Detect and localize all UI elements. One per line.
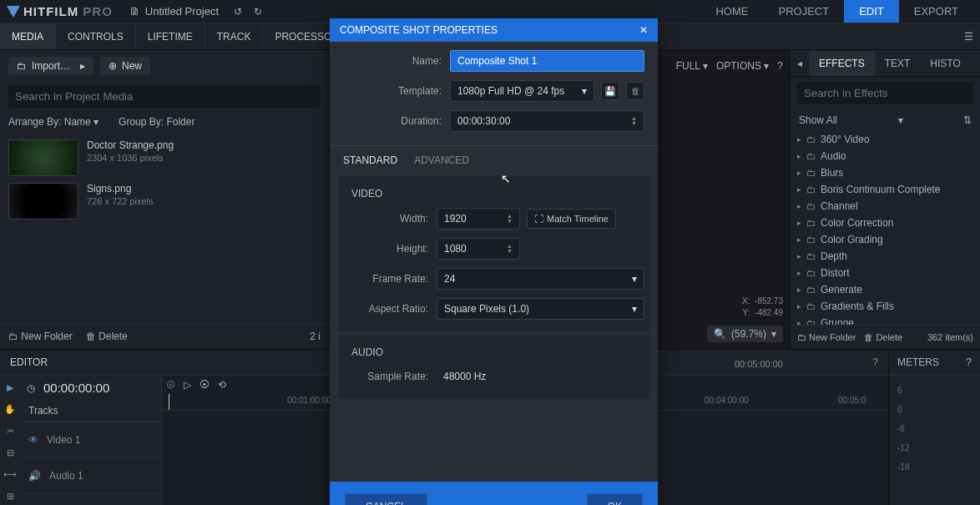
effects-folder[interactable]: ▸🗀Color Grading [791, 231, 980, 248]
search-icon: 🔍 [714, 328, 726, 340]
effects-folder-label: Boris Continuum Complete [821, 184, 940, 195]
viewer-coordinates: X: -852.73 Y: -482.49 [742, 295, 783, 319]
delete-template-icon[interactable]: 🗑 [626, 82, 644, 100]
chevron-down-icon: ▾ [632, 303, 637, 315]
snap-tool-icon[interactable]: ⊟ [3, 446, 17, 459]
media-item[interactable]: Doctor Strange.png 2304 x 1036 pixels [8, 136, 321, 179]
nav-export[interactable]: EXPORT [899, 0, 973, 23]
save-template-icon[interactable]: 💾 [601, 82, 619, 100]
help-icon[interactable]: ? [777, 60, 783, 72]
effects-folder[interactable]: ▸🗀Generate [791, 281, 980, 298]
effects-folder[interactable]: ▸🗀Distort [791, 265, 980, 281]
ruler-mark: 00:04:00:00 [705, 396, 749, 405]
nav-project[interactable]: PROJECT [763, 0, 844, 23]
ok-button[interactable]: OK [587, 493, 643, 505]
new-folder-button[interactable]: 🗀 New Folder [797, 332, 856, 342]
effects-folder[interactable]: ▸🗀Grunge [791, 315, 980, 325]
media-count: 2 i [310, 331, 321, 342]
redo-icon[interactable]: ↻ [254, 6, 262, 18]
effects-folder-label: 360° Video [821, 134, 870, 145]
sort-icon[interactable]: ⇅ [963, 114, 972, 126]
tab-standard[interactable]: STANDARD [343, 154, 397, 166]
scroll-left-icon[interactable]: ◂ [791, 58, 809, 69]
loop-icon[interactable]: ⟲ [218, 379, 226, 391]
hand-tool-icon[interactable]: ✋ [3, 402, 17, 416]
speaker-icon[interactable]: 🔊 [28, 470, 41, 482]
search-effects-input[interactable] [797, 82, 973, 104]
tab-lifetime[interactable]: LIFETIME [136, 24, 205, 49]
import-button[interactable]: 🗀 Import… ▸ [8, 57, 93, 75]
new-folder-button[interactable]: 🗀 New Folder [8, 331, 73, 342]
effects-folder-label: Channel [821, 200, 858, 212]
project-name[interactable]: 🗎 Untitled Project [129, 5, 219, 18]
effects-folder[interactable]: ▸🗀Gradients & Fills [791, 298, 980, 315]
media-list: Doctor Strange.png 2304 x 1036 pixels Si… [0, 133, 329, 323]
editor-timecode[interactable]: 00:00:00:00 [43, 381, 109, 395]
undo-icon[interactable]: ↺ [234, 6, 242, 18]
list-icon[interactable]: ☰ [964, 31, 980, 43]
folder-icon: 🗀 [806, 251, 816, 261]
nav-edit[interactable]: EDIT [844, 0, 899, 23]
help-icon[interactable]: ? [872, 356, 878, 368]
zoom-control[interactable]: 🔍 (59.7%) ▾ [707, 326, 783, 342]
effects-folder[interactable]: ▸🗀Color Correction [791, 215, 980, 231]
help-icon[interactable]: ? [966, 356, 972, 368]
slice-tool-icon[interactable]: ✂ [3, 424, 17, 437]
slip-tool-icon[interactable]: ⊞ [3, 489, 17, 502]
effects-folder-label: Generate [821, 284, 862, 295]
rate-tool-icon[interactable]: ⟷ [3, 467, 17, 481]
app-name: HITFILM PRO [23, 4, 113, 18]
effects-folder[interactable]: ▸🗀Channel [791, 198, 980, 215]
duration-input[interactable]: 00:00:30:00▲▼ [450, 110, 644, 132]
cancel-button[interactable]: CANCEL [345, 493, 427, 505]
aspect-dropdown[interactable]: Square Pixels (1.0)▾ [437, 298, 644, 320]
chevron-right-icon: ▸ [797, 235, 801, 244]
folder-icon: 🗀 [806, 151, 816, 161]
chevron-right-icon: ▸ [797, 135, 801, 144]
media-item-dims: 726 x 722 pixels [87, 196, 154, 206]
effects-folder[interactable]: ▸🗀Boris Continuum Complete [791, 181, 980, 198]
select-tool-icon[interactable]: ▶ [3, 381, 17, 394]
height-input[interactable]: 1080▲▼ [437, 238, 520, 260]
folder-icon: 🗀 [806, 184, 816, 194]
width-input[interactable]: 1920▲▼ [437, 208, 520, 230]
delete-button[interactable]: 🗑 Delete [86, 331, 128, 342]
tab-text[interactable]: TEXT [875, 51, 921, 76]
tab-advanced[interactable]: ADVANCED [414, 154, 469, 166]
chevron-down-icon[interactable]: ▾ [898, 114, 903, 126]
close-icon[interactable]: ✕ [639, 24, 648, 36]
name-input[interactable]: Composite Shot 1 [450, 50, 644, 72]
template-dropdown[interactable]: 1080p Full HD @ 24 fps▾ [450, 80, 594, 102]
tab-track[interactable]: TRACK [205, 24, 264, 49]
new-button[interactable]: ⊕ New [100, 57, 150, 75]
search-media-input[interactable] [8, 85, 321, 108]
group-by-dropdown[interactable]: Group By: Folder [119, 116, 194, 128]
media-item[interactable]: Signs.png 726 x 722 pixels [8, 179, 321, 223]
tab-effects[interactable]: EFFECTS [809, 51, 875, 76]
next-frame-icon[interactable]: ⦿ [200, 379, 210, 391]
effects-folder[interactable]: ▸🗀Audio [791, 148, 980, 164]
audio-track-1[interactable]: 🔊 Audio 1 [20, 458, 161, 494]
play-icon[interactable]: ▷ [184, 379, 191, 391]
full-dropdown[interactable]: FULL ▾ [676, 60, 708, 72]
effects-folder[interactable]: ▸🗀360° Video [791, 131, 980, 148]
show-all-dropdown[interactable]: Show All [799, 114, 837, 126]
tab-controls[interactable]: CONTROLS [56, 24, 136, 49]
video-track-1[interactable]: 👁 Video 1 [20, 422, 161, 458]
match-timeline-button[interactable]: ⛶Match Timeline [527, 209, 616, 229]
nav-home[interactable]: HOME [700, 0, 763, 23]
prev-frame-icon[interactable]: ⦾ [167, 379, 175, 391]
effects-folder[interactable]: ▸🗀Depth [791, 248, 980, 265]
arrange-by-dropdown[interactable]: Arrange By: Name ▾ [8, 116, 99, 128]
eye-icon[interactable]: 👁 [28, 434, 38, 446]
tab-media[interactable]: MEDIA [0, 24, 56, 49]
options-dropdown[interactable]: OPTIONS ▾ [716, 60, 769, 72]
playhead[interactable] [169, 394, 169, 410]
samplerate-dropdown[interactable]: 48000 Hz [437, 366, 644, 386]
template-label: Template: [343, 85, 450, 97]
chevron-right-icon: ▸ [797, 152, 801, 160]
tab-history[interactable]: HISTO [920, 51, 970, 76]
effects-folder[interactable]: ▸🗀Blurs [791, 164, 980, 181]
framerate-dropdown[interactable]: 24▾ [437, 268, 644, 290]
delete-button[interactable]: 🗑 Delete [864, 332, 902, 342]
